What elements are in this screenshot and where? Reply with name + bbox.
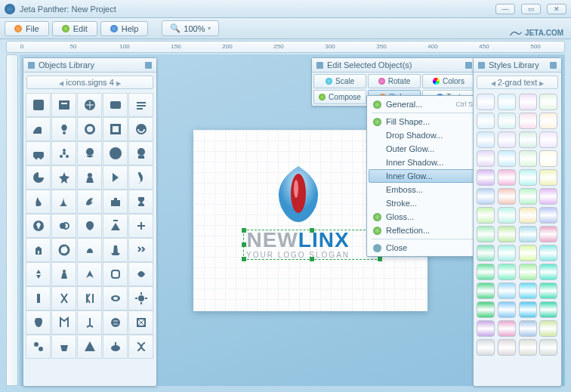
object-icon[interactable] <box>103 310 128 335</box>
object-icon[interactable] <box>26 165 51 190</box>
resize-handle[interactable] <box>310 257 314 261</box>
object-icon[interactable] <box>103 141 128 165</box>
style-swatch[interactable] <box>539 301 557 318</box>
object-icon[interactable] <box>51 214 76 238</box>
style-swatch[interactable] <box>539 264 557 280</box>
style-swatch[interactable] <box>498 264 516 280</box>
style-swatch[interactable] <box>477 150 495 167</box>
object-icon[interactable] <box>26 335 51 359</box>
object-icon[interactable] <box>128 238 153 262</box>
style-swatch[interactable] <box>519 131 537 148</box>
object-icon[interactable] <box>26 262 51 286</box>
object-icon[interactable] <box>26 93 51 117</box>
dropdown-inner-shadow[interactable]: Inner Shadow... <box>369 156 477 169</box>
style-swatch[interactable] <box>539 113 557 129</box>
object-icon[interactable] <box>103 165 128 190</box>
resize-handle[interactable] <box>242 242 246 247</box>
object-icon[interactable] <box>51 238 76 262</box>
object-icon[interactable] <box>26 214 51 238</box>
styles-category-selector[interactable]: ◀ 2-grad text ▶ <box>477 76 558 89</box>
colors-button[interactable]: Colors <box>422 74 475 88</box>
object-icon[interactable] <box>77 214 102 238</box>
object-icon[interactable] <box>128 310 153 335</box>
style-swatch[interactable] <box>539 131 557 148</box>
resize-handle[interactable] <box>378 257 382 261</box>
object-icon[interactable] <box>77 335 102 359</box>
style-swatch[interactable] <box>519 150 537 167</box>
style-swatch[interactable] <box>498 131 516 148</box>
object-icon[interactable] <box>128 335 153 359</box>
object-icon[interactable] <box>77 286 102 310</box>
dropdown-general[interactable]: General...Ctrl S <box>369 97 477 111</box>
object-icon[interactable] <box>128 165 153 190</box>
object-icon[interactable] <box>26 238 51 262</box>
style-swatch[interactable] <box>539 94 557 110</box>
style-swatch[interactable] <box>519 226 537 242</box>
style-swatch[interactable] <box>539 282 557 299</box>
object-icon[interactable] <box>77 190 102 214</box>
style-swatch[interactable] <box>539 339 557 356</box>
style-swatch[interactable] <box>498 245 516 261</box>
style-swatch[interactable] <box>498 188 516 205</box>
style-swatch[interactable] <box>519 188 537 205</box>
style-swatch[interactable] <box>498 339 516 356</box>
style-swatch[interactable] <box>539 320 557 337</box>
style-swatch[interactable] <box>477 169 495 186</box>
object-icon[interactable] <box>77 165 102 190</box>
style-swatch[interactable] <box>539 207 557 224</box>
object-icon[interactable] <box>103 286 128 310</box>
object-icon[interactable] <box>103 335 128 359</box>
object-icon[interactable] <box>51 165 76 190</box>
style-swatch[interactable] <box>477 320 495 337</box>
style-swatch[interactable] <box>498 301 516 318</box>
object-icon[interactable] <box>77 93 102 117</box>
close-window-button[interactable]: ✕ <box>547 4 566 14</box>
object-icon[interactable] <box>51 286 76 310</box>
style-swatch[interactable] <box>498 226 516 242</box>
dropdown-gloss[interactable]: Gloss... <box>369 210 477 224</box>
style-swatch[interactable] <box>477 264 495 280</box>
style-swatch[interactable] <box>519 169 537 186</box>
object-icon[interactable] <box>77 117 102 141</box>
object-icon[interactable] <box>128 141 153 165</box>
style-swatch[interactable] <box>477 131 495 148</box>
minimize-button[interactable]: — <box>495 4 515 14</box>
style-swatch[interactable] <box>519 320 537 337</box>
style-swatch[interactable] <box>519 245 537 261</box>
rotate-button[interactable]: Rotate <box>368 74 421 88</box>
style-swatch[interactable] <box>477 339 495 356</box>
object-icon[interactable] <box>128 190 153 214</box>
panel-collapse-icon[interactable] <box>465 62 472 69</box>
panel-collapse-icon[interactable] <box>145 62 152 69</box>
dropdown-reflection[interactable]: Reflection... <box>369 224 477 237</box>
selection-box[interactable] <box>243 230 381 260</box>
object-icon[interactable] <box>128 117 153 141</box>
file-menu[interactable]: File <box>5 21 49 36</box>
style-swatch[interactable] <box>539 245 557 261</box>
object-icon[interactable] <box>77 310 102 335</box>
style-swatch[interactable] <box>498 150 516 167</box>
dropdown-inner-glow[interactable]: Inner Glow... <box>369 169 477 183</box>
panel-collapse-icon[interactable] <box>550 62 557 69</box>
style-swatch[interactable] <box>477 188 495 205</box>
object-icon[interactable] <box>128 286 153 310</box>
object-icon[interactable] <box>26 310 51 335</box>
dropdown-drop-shadow[interactable]: Drop Shadow... <box>369 128 477 142</box>
object-icon[interactable] <box>103 93 128 117</box>
style-swatch[interactable] <box>519 264 537 280</box>
object-icon[interactable] <box>51 262 76 286</box>
resize-handle[interactable] <box>242 228 246 233</box>
style-swatch[interactable] <box>539 150 557 167</box>
object-icon[interactable] <box>103 117 128 141</box>
dropdown-outer-glow[interactable]: Outer Glow... <box>369 142 477 156</box>
style-swatch[interactable] <box>477 113 495 129</box>
resize-handle[interactable] <box>242 257 246 261</box>
dropdown-fill-shape[interactable]: Fill Shape... <box>369 115 477 128</box>
style-swatch[interactable] <box>519 339 537 356</box>
style-swatch[interactable] <box>498 169 516 186</box>
edit-menu[interactable]: Edit <box>52 21 97 36</box>
object-icon[interactable] <box>51 141 76 165</box>
dropdown-close[interactable]: Close <box>369 241 477 255</box>
object-icon[interactable] <box>51 310 76 335</box>
style-swatch[interactable] <box>477 226 495 242</box>
